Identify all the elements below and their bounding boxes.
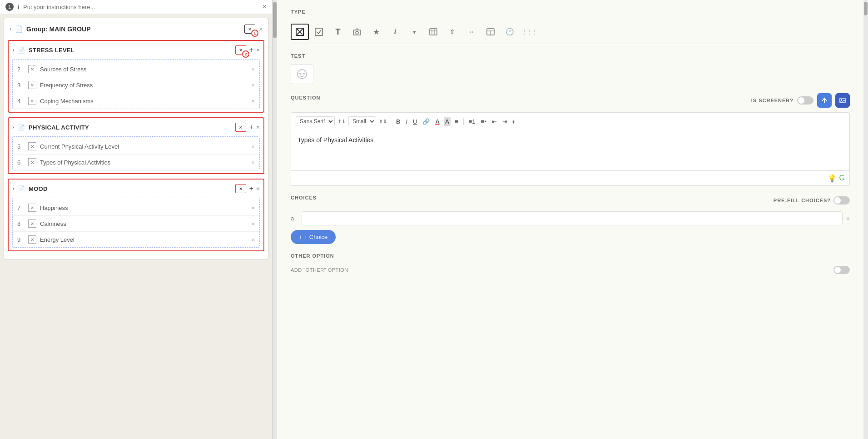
q-close-3[interactable]: × [251,82,255,89]
q-label-coping[interactable]: Coping Mechanisms [40,98,248,105]
choice-a-input[interactable] [302,211,843,225]
physical-edit-btn[interactable]: ✕ [235,123,246,132]
type-star-btn[interactable]: ★ [367,24,385,40]
main-group-close-btn[interactable]: × [259,25,263,33]
type-dots-btn[interactable]: ⋮⋮⋮ [520,24,538,40]
type-table-btn[interactable] [481,24,500,40]
unordered-list-btn[interactable]: ≡• [480,117,488,126]
text-color-btn[interactable]: A [434,117,441,126]
type-check-btn[interactable] [310,24,328,40]
rte-divider-1 [391,118,391,125]
table-icon [486,28,495,35]
q-label-types[interactable]: Types of Physical Activities [40,159,248,166]
screener-toggle[interactable] [797,96,813,105]
add-other-toggle[interactable] [833,266,850,274]
q-close-2[interactable]: × [251,66,255,73]
link-btn[interactable]: 🔗 [421,117,431,126]
svg-rect-3 [315,28,322,35]
indent-out-btn[interactable]: ⇥ [501,117,509,126]
q-num-4: 4 [17,98,25,105]
q-close-9[interactable]: × [251,236,255,243]
physical-add-btn[interactable]: + [248,123,254,131]
main-group-chevron[interactable]: › [10,26,11,32]
ordered-list-btn[interactable]: ≡1 [467,117,477,126]
type-info-btn[interactable]: i [386,24,404,40]
add-choice-btn[interactable]: + + Choice [291,230,336,244]
q-close-6[interactable]: × [251,159,255,166]
main-group-header: › 📄 Group: MAIN GROUP ✕ 1 × [8,22,264,36]
add-choice-plus-icon: + [299,234,303,240]
grammar-icon[interactable]: G [839,174,845,183]
test-icon-box[interactable] [291,64,313,84]
test-section: TEST [291,53,850,84]
type-grid-btn[interactable] [424,24,442,40]
prefill-toggle[interactable] [833,196,850,205]
bold-btn[interactable]: B [395,117,402,126]
align-btn[interactable]: ≡ [453,117,460,126]
stress-chevron[interactable]: › [12,47,14,53]
left-scroll-thumb[interactable] [273,2,277,38]
q-num-3: 3 [17,82,25,89]
mood-edit-icon: ✕ [239,186,243,191]
q-close-5[interactable]: × [251,143,255,150]
question-item-6: 6 ✕ Types of Physical Activities × [13,155,259,170]
text-bg-btn[interactable]: A [444,117,451,126]
q-num-6: 6 [17,159,25,166]
type-camera-btn[interactable] [348,24,366,40]
right-scrollbar [863,0,868,439]
question-section-label: QUESTION [291,95,320,100]
main-group-edit-btn[interactable]: ✕ 1 [244,25,255,34]
mood-add-btn[interactable]: + [248,185,254,193]
upload-btn[interactable] [817,93,832,108]
q-close-7[interactable]: × [251,205,255,211]
physical-chevron[interactable]: › [12,124,14,130]
main-group-title: Group: MAIN GROUP [26,25,241,33]
mood-close-btn[interactable]: × [256,185,260,192]
lightbulb-icon[interactable]: 💡 [828,174,837,183]
q-label-energy[interactable]: Energy Level [40,236,248,243]
question-text-area[interactable]: Types of Physical Activities [291,130,850,171]
clear-format-btn[interactable]: I [511,117,516,126]
font-family-select[interactable]: Sans Serif [296,116,335,126]
choices-section-label: CHOICES [291,195,317,200]
choices-header: CHOICES PRE-FILL CHOICES? [291,195,850,206]
stress-close-btn[interactable]: × [256,46,260,54]
stress-title: STRESS LEVEL [29,47,232,54]
left-scrollbar [273,0,277,439]
q-icon-8: ✕ [28,220,36,228]
underline-btn[interactable]: U [412,117,418,126]
prefill-label: PRE-FILL CHOICES? [774,198,831,203]
q-icon-3: ✕ [28,81,36,89]
choice-a-label: a [291,215,298,222]
q-label-frequency[interactable]: Frequency of Stress [40,82,248,89]
physical-items: 5 ✕ Current Physical Activity Level × 6 … [12,136,260,170]
q-label-calmness[interactable]: Calmness [40,220,248,227]
q-num-2: 2 [17,66,25,73]
right-scroll-thumb[interactable] [864,2,868,15]
camera-icon [353,28,361,35]
type-updown-btn[interactable]: ⇕ [443,24,461,40]
type-checkbox-btn[interactable] [291,24,309,40]
font-size-select[interactable]: Small [348,116,376,126]
q-close-4[interactable]: × [251,98,255,105]
q-label-happiness[interactable]: Happiness [40,205,248,211]
question-item-7: 7 ✕ Happiness × [13,200,259,216]
q-close-8[interactable]: × [251,220,255,227]
q-label-current[interactable]: Current Physical Activity Level [40,143,248,150]
q-label-sources[interactable]: Sources of Stress [40,66,248,73]
choice-a-close[interactable]: × [846,215,850,222]
indent-in-btn[interactable]: ⇤ [491,117,498,126]
stress-edit-btn[interactable]: ✕ 2 [235,45,246,55]
instruction-close-icon[interactable]: × [263,3,267,11]
physical-close-btn[interactable]: × [256,124,260,131]
type-clock-btn[interactable]: 🕐 [501,24,519,40]
mood-chevron[interactable]: › [12,185,14,192]
type-dropdown-btn[interactable]: ▾ [405,24,423,40]
mood-edit-btn[interactable]: ✕ [235,184,246,193]
image-btn[interactable] [835,93,850,108]
question-item-8: 8 ✕ Calmness × [13,216,259,232]
italic-btn[interactable]: I [404,117,409,126]
type-leftright-btn[interactable]: ↔ [462,24,481,40]
type-text-btn[interactable]: T [329,24,347,40]
instruction-input[interactable] [23,4,259,10]
